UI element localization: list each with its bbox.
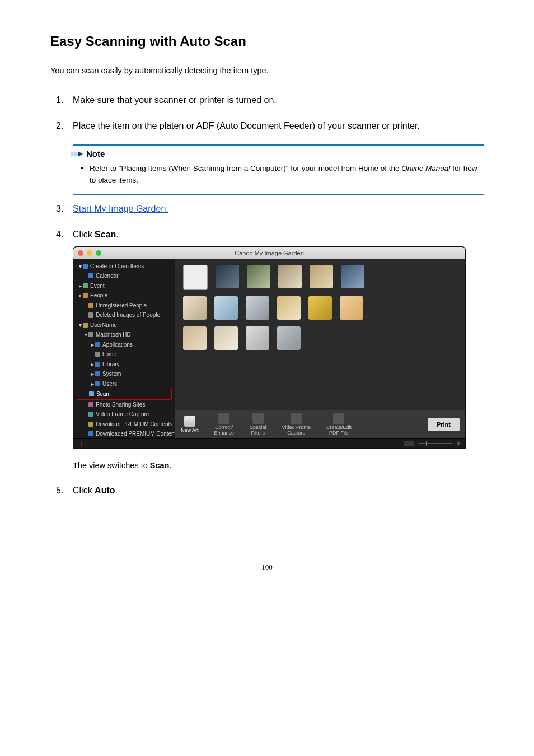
- thumbnail[interactable]: [277, 326, 301, 350]
- tree-arrow-icon: ▸: [91, 380, 95, 389]
- action-special-button[interactable]: Special Filters: [250, 413, 266, 436]
- sidebar-item-downloaded-premium-contents[interactable]: Downloaded PREMIUM Contents: [77, 429, 172, 438]
- thumbnail[interactable]: [247, 265, 270, 288]
- zoom-slider[interactable]: [418, 443, 452, 444]
- step-1-text: Make sure that your scanner or printer i…: [73, 95, 277, 105]
- sidebar-item-label: People: [90, 292, 107, 298]
- sidebar-item-photo-sharing-sites[interactable]: Photo Sharing Sites: [77, 400, 172, 410]
- action-correct-button[interactable]: Correct/ Enhance: [214, 413, 235, 436]
- sidebar-item-event[interactable]: ▸Event: [77, 281, 172, 291]
- thumbnail[interactable]: [278, 265, 302, 288]
- note-header-text: Note: [86, 149, 105, 158]
- tree-arrow-icon: ▾: [85, 330, 88, 339]
- action-new-button[interactable]: New Art: [181, 416, 199, 433]
- thumbnail[interactable]: [214, 296, 238, 320]
- view-switch-bold: Scan: [150, 461, 170, 470]
- action-video-button[interactable]: Video Frame Capture: [282, 413, 311, 436]
- sidebar-item-label: Scan: [96, 391, 109, 397]
- sidebar-item-library[interactable]: ▸Library: [77, 360, 172, 370]
- sidebar-item-username[interactable]: ▾UserName: [77, 320, 172, 330]
- yel-folder-icon: [83, 323, 88, 328]
- view-switch-prefix: The view switches to: [73, 461, 150, 470]
- thumbnail[interactable]: [183, 326, 207, 350]
- sidebar-item-people[interactable]: ▸People: [77, 291, 172, 301]
- step-3: 3. Start My Image Garden.: [50, 204, 484, 214]
- step-4-prefix: Click: [73, 230, 95, 239]
- note-body: Refer to "Placing Items (When Scanning f…: [73, 163, 484, 194]
- thumbnail[interactable]: [183, 265, 208, 290]
- page-intro: You can scan easily by automatically det…: [50, 66, 484, 75]
- thumbnail[interactable]: [341, 265, 364, 288]
- info-icon[interactable]: i: [78, 440, 89, 447]
- window-title: Canon My Image Garden: [73, 250, 465, 256]
- action-icon: [291, 413, 302, 424]
- folder-folder-icon: [95, 342, 100, 347]
- note-chevron-icon: [73, 151, 83, 157]
- action-label: Special Filters: [250, 425, 266, 436]
- sidebar-item-label: Unregistered People: [96, 302, 147, 309]
- thumbnail[interactable]: [216, 265, 239, 288]
- sidebar-item-label: UserName: [90, 322, 117, 328]
- sidebar-item-applications[interactable]: ▸Applications: [77, 340, 172, 350]
- sidebar-item-unregistered-people[interactable]: Unregistered People: [77, 301, 172, 311]
- step-4: 4. Click Scan. Canon My Image Garden ▾Cr…: [50, 230, 484, 470]
- thumbnail[interactable]: [340, 296, 363, 320]
- sidebar-item-label: Calendar: [96, 273, 119, 279]
- vid-folder-icon: [88, 412, 93, 417]
- step-1: 1. Make sure that your scanner or printe…: [50, 95, 484, 105]
- sidebar-item-macintosh-hd[interactable]: ▾Macintosh HD: [77, 330, 172, 340]
- sidebar-item-calendar[interactable]: Calendar: [77, 271, 172, 281]
- sidebar-item-label: Photo Sharing Sites: [96, 402, 145, 408]
- thumbnail[interactable]: [308, 296, 332, 320]
- note-box: Note Refer to "Placing Items (When Scann…: [73, 144, 484, 195]
- step-4-bold: Scan: [95, 230, 116, 239]
- tree-arrow-icon: ▸: [79, 282, 83, 291]
- view-toggle[interactable]: [404, 441, 414, 446]
- thumbnail[interactable]: [246, 296, 269, 320]
- action-icon: [218, 413, 229, 424]
- sidebar-item-label: Library: [102, 361, 120, 367]
- yel-folder-icon: [88, 422, 93, 427]
- grey-folder-icon: [88, 332, 93, 337]
- print-button[interactable]: Print: [428, 418, 460, 431]
- tree-arrow-icon: ▸: [91, 370, 95, 379]
- sidebar-item-deleted-images-of-people[interactable]: Deleted Images of People: [77, 310, 172, 320]
- sidebar-item-users[interactable]: ▸Users: [77, 379, 172, 389]
- zoom-plus-icon[interactable]: ⊕: [456, 440, 461, 446]
- sidebar-item-video-frame-capture[interactable]: Video Frame Capture: [77, 409, 172, 419]
- sidebar-item-home[interactable]: home: [77, 349, 172, 360]
- step-4-suffix: .: [116, 230, 118, 239]
- page-number: 100: [50, 563, 484, 572]
- action-label: Create/Edit PDF File: [326, 425, 352, 436]
- green-folder-icon: [83, 283, 88, 288]
- folder-folder-icon: [95, 362, 100, 367]
- sidebar-item-label: Applications: [102, 342, 133, 348]
- thumbnail[interactable]: [214, 326, 238, 350]
- scan-folder-icon: [89, 391, 94, 396]
- sidebar-item-label: home: [102, 351, 116, 357]
- step-5-number: 5.: [56, 486, 63, 496]
- thumbnail[interactable]: [310, 265, 333, 288]
- sidebar-item-download-premium-contents[interactable]: Download PREMIUM Contents: [77, 419, 172, 430]
- person-folder-icon: [83, 293, 88, 298]
- tree-arrow-icon: ▸: [79, 291, 83, 300]
- thumbnail[interactable]: [246, 326, 269, 350]
- action-label: New Art: [181, 428, 199, 433]
- sidebar-item-label: Users: [102, 381, 117, 387]
- note-text-before: Refer to "Placing Items (When Scanning f…: [90, 164, 401, 172]
- start-my-image-garden-link[interactable]: Start My Image Garden.: [73, 204, 168, 213]
- sidebar-item-scan[interactable]: Scan: [77, 389, 172, 400]
- step-1-number: 1.: [56, 95, 63, 105]
- thumbnail[interactable]: [277, 296, 301, 320]
- step-5-bold: Auto: [95, 486, 115, 495]
- sidebar-item-system[interactable]: ▸System: [77, 369, 172, 379]
- view-switch-suffix: .: [169, 461, 171, 470]
- action-create-button[interactable]: Create/Edit PDF File: [326, 413, 352, 436]
- step-2-text: Place the item on the platen or ADF (Aut…: [73, 121, 420, 130]
- thumbnail[interactable]: [183, 296, 207, 320]
- status-bar: i ⊕: [73, 438, 465, 448]
- app-main-area: New ArtCorrect/ EnhanceSpecial FiltersVi…: [175, 259, 465, 438]
- step-3-number: 3.: [56, 204, 63, 214]
- blue-folder-icon: [88, 273, 93, 278]
- sidebar-item-create-or-open-items[interactable]: ▾Create or Open Items: [77, 262, 172, 272]
